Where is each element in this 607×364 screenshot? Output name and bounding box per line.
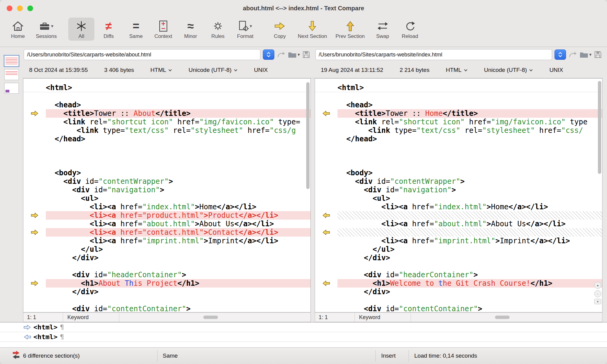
prev-section-button[interactable]: Prev Section xyxy=(332,18,368,41)
code-line-text: <link rel="shortcut icon" href="img/favi… xyxy=(46,118,310,126)
filter-all-button[interactable]: All xyxy=(68,18,94,41)
left-open-folder-button[interactable]: ▾ xyxy=(288,50,300,59)
pilcrow-mark: ¶ xyxy=(60,323,64,331)
reload-icon xyxy=(405,19,415,33)
code-line: </div> xyxy=(315,288,602,296)
right-vertical-scroll-thumb[interactable] xyxy=(598,81,601,174)
right-cursor-position: 1: 1 xyxy=(315,314,354,321)
format-button[interactable]: ▾ Format xyxy=(232,18,258,41)
code-line xyxy=(315,152,602,160)
copy-section-button[interactable]: Copy xyxy=(267,18,293,41)
right-encoding-dropdown[interactable]: Unicode (UTF-8) xyxy=(484,67,533,73)
code-line xyxy=(23,296,310,305)
close-button[interactable] xyxy=(7,5,12,11)
pilcrow-mark: ¶ xyxy=(60,333,64,341)
gutter xyxy=(315,194,337,203)
left-save-button[interactable] xyxy=(302,50,310,59)
next-section-button[interactable]: Next Section xyxy=(294,18,331,41)
code-line-text: <div id="headerContainer"> xyxy=(337,271,602,279)
minimap-thumbnail-2[interactable] xyxy=(4,69,19,80)
right-syntax-dropdown[interactable]: HTML xyxy=(446,67,468,73)
gutter xyxy=(23,288,46,296)
filter-minor-button[interactable]: ≈ Minor xyxy=(178,18,204,41)
copy-section-arrow-left-icon[interactable] xyxy=(315,279,337,288)
reload-button[interactable]: Reload xyxy=(397,18,423,41)
right-vertical-scrollbar xyxy=(598,79,602,312)
gutter xyxy=(23,194,46,203)
scroll-jump-down-button[interactable]: ▾ xyxy=(594,299,601,304)
scroll-widget-button[interactable]: ◦ xyxy=(594,290,601,297)
scroll-widget-button[interactable]: ● xyxy=(594,282,601,289)
code-line: <link type="text/css" rel="stylesheet" h… xyxy=(23,126,310,135)
copy-section-arrow-right-icon[interactable] xyxy=(23,109,46,118)
copy-section-arrow-right-icon[interactable] xyxy=(23,228,46,237)
sessions-button[interactable]: ▾ Sessions xyxy=(32,18,60,41)
filter-diffs-button[interactable]: ≠ Diffs xyxy=(96,18,122,41)
toolbar-label: Copy xyxy=(274,33,286,39)
copy-section-arrow-right-icon[interactable] xyxy=(23,279,46,288)
gutter xyxy=(23,160,46,169)
gutter xyxy=(315,160,337,169)
code-line-text: <li><a href="index.html">Home</a></li> xyxy=(337,203,602,211)
code-line-text: <link type="text/css" rel="stylesheet" h… xyxy=(46,126,310,135)
code-line-text xyxy=(46,262,310,271)
gutter xyxy=(315,92,337,101)
yellow-arrow-up-icon xyxy=(346,19,355,33)
copy-section-arrow-right-icon[interactable] xyxy=(23,211,46,220)
filter-context-button[interactable]: Context xyxy=(150,18,176,41)
load-time: Load time: 0,14 seconds xyxy=(414,352,477,359)
toolbar-label: Rules xyxy=(211,33,224,39)
right-file-size: 2 214 bytes xyxy=(400,67,429,73)
right-revert-button[interactable] xyxy=(568,50,577,59)
right-open-folder-button[interactable]: ▾ xyxy=(579,50,592,59)
right-code-editor[interactable]: <html> <head> <title>Tower :: Home</titl… xyxy=(315,78,602,312)
chevron-down-icon xyxy=(234,69,238,72)
right-horizontal-scroll-thumb[interactable] xyxy=(495,316,510,319)
left-code-editor[interactable]: <html> <head> <title>Tower :: About</tit… xyxy=(23,78,311,312)
rules-button[interactable]: Rules xyxy=(205,18,231,41)
up-down-chevrons-icon xyxy=(266,52,271,57)
left-file-path-input[interactable] xyxy=(24,49,260,60)
toolbar-label: Diffs xyxy=(103,33,114,39)
left-horizontal-scroll-thumb[interactable] xyxy=(203,316,218,319)
code-line: <li><a href="index.html">Home</a></li> xyxy=(315,203,602,211)
minimap-thumbnail-3[interactable] xyxy=(4,83,19,94)
swap-button[interactable]: Swap xyxy=(370,18,396,41)
minimize-button[interactable] xyxy=(17,5,23,11)
gutter xyxy=(315,186,337,194)
code-line xyxy=(23,262,310,271)
gutter xyxy=(23,126,46,135)
folder-icon xyxy=(288,51,297,58)
copy-section-arrow-left-icon[interactable] xyxy=(315,211,337,220)
filter-same-button[interactable]: = Same xyxy=(123,18,149,41)
left-encoding-dropdown[interactable]: Unicode (UTF-8) xyxy=(188,67,237,73)
left-syntax-dropdown[interactable]: HTML xyxy=(151,67,172,73)
right-save-button[interactable] xyxy=(594,50,602,59)
revert-arrow-icon xyxy=(277,51,285,58)
detail-line-text: <html> xyxy=(33,323,57,331)
context-icon xyxy=(159,19,168,33)
session-minimap xyxy=(0,47,23,322)
copy-section-arrow-left-icon[interactable] xyxy=(315,228,337,237)
chevron-down-icon xyxy=(168,69,172,72)
chevron-down-icon: ▾ xyxy=(297,52,300,57)
minimap-thumbnail-1[interactable] xyxy=(4,56,19,66)
copy-section-arrow-left-icon[interactable] xyxy=(315,109,337,118)
code-line: <div id="contentWrapper"> xyxy=(315,177,602,186)
code-line-text: <div id="contentContainer"> xyxy=(46,305,310,312)
left-history-dropdown-button[interactable] xyxy=(263,49,274,60)
gutter xyxy=(23,101,46,109)
code-line-text: <link rel="shortcut icon" href="img/favi… xyxy=(337,118,602,126)
right-file-path-input[interactable] xyxy=(315,49,552,60)
toolbar-label: Reload xyxy=(402,33,418,39)
right-history-dropdown-button[interactable] xyxy=(554,49,566,60)
gutter xyxy=(23,237,46,245)
zoom-button[interactable] xyxy=(27,5,33,11)
approx-icon: ≈ xyxy=(188,19,194,33)
home-button[interactable]: Home xyxy=(5,18,31,41)
code-line-text: </ul> xyxy=(337,245,602,254)
left-revert-button[interactable] xyxy=(277,50,285,59)
code-line-text xyxy=(46,152,310,160)
toolbar-label: Swap xyxy=(376,33,389,39)
left-vertical-scroll-thumb[interactable] xyxy=(306,82,310,189)
